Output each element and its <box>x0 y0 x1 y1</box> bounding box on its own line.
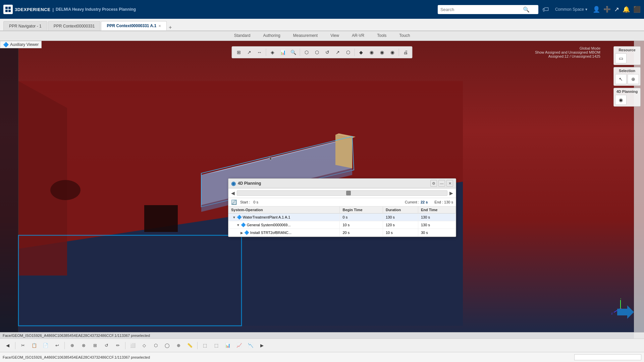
resource-icon-1[interactable]: ▭ <box>615 53 627 63</box>
tb-grid-btn[interactable]: ⊞ <box>234 48 244 57</box>
btb-chart2[interactable]: 📊 <box>223 341 233 350</box>
tb-circle2-btn[interactable]: ◉ <box>377 48 387 57</box>
tb-circle-btn[interactable]: ◉ <box>367 48 376 57</box>
scene-arrow <box>617 305 634 322</box>
current-label: Current : <box>405 200 419 204</box>
btb-box[interactable]: ⬜ <box>128 341 138 350</box>
expand-2[interactable]: ▶ <box>240 231 244 235</box>
refresh-icon: 🔄 <box>231 199 237 205</box>
tb-sphere-btn[interactable]: ⬡ <box>302 48 311 57</box>
expand-0[interactable]: ▼ <box>232 216 237 219</box>
col-system-operation: System-Operation <box>228 206 340 214</box>
btb-align[interactable]: ⊗ <box>78 341 89 350</box>
tb-chart-btn[interactable]: 📊 <box>278 48 288 57</box>
btb-circle4[interactable]: ◯ <box>162 341 172 350</box>
timeline-prev-btn[interactable]: ◀ <box>231 190 235 196</box>
tb-diamond-btn[interactable]: ◆ <box>357 48 366 57</box>
tb-circle3-btn[interactable]: ◉ <box>388 48 397 57</box>
timeline-track[interactable] <box>237 190 447 196</box>
tab-ppr-navigator[interactable]: PPR Navigator - 1 <box>3 21 47 31</box>
search-icon-btn[interactable]: 🔍 <box>523 6 530 13</box>
add-btn[interactable]: ➕ <box>603 6 611 13</box>
share-btn[interactable]: ↗ <box>614 6 619 13</box>
btab-measurement[interactable]: Measurement <box>287 32 324 40</box>
show-assigned-label: Show Assigned and Unassigned MBOM <box>535 50 600 54</box>
selection-icon-2[interactable]: ⊕ <box>628 74 639 84</box>
svg-marker-15 <box>18 235 241 326</box>
statusbar: Face/GEOM_ISO15926_A4869C106385454EAE28C… <box>0 352 644 362</box>
btb-ref2[interactable]: ⬚ <box>211 341 221 350</box>
btb-paste[interactable]: 📄 <box>41 341 51 350</box>
tb-cube-btn[interactable]: ◈ <box>268 48 277 57</box>
row1-begin: 10 s <box>340 221 383 229</box>
btb-lasso[interactable]: ◇ <box>139 341 149 350</box>
btb-sep3 <box>125 342 125 349</box>
tb-print-btn[interactable]: 🖨 <box>401 48 410 57</box>
table-header: System-Operation Begin Time Duration End… <box>228 206 456 214</box>
status-search-input[interactable] <box>574 354 641 360</box>
btb-poly[interactable]: ⬡ <box>151 341 161 350</box>
btb-snap[interactable]: ⊕ <box>67 341 77 350</box>
settings-btn[interactable]: ⚙ <box>430 180 437 187</box>
btb-chart4[interactable]: 📉 <box>246 341 256 350</box>
tab-ppr-context-active[interactable]: PPR Context00000331 A.1 ✕ <box>101 21 167 31</box>
row0-duration: 130 s <box>383 214 418 221</box>
tb-move-btn[interactable]: ↔ <box>255 48 264 57</box>
btab-tools[interactable]: Tools <box>371 32 392 40</box>
row0-name: ▼ 🔷 WaterTreatmentPlant A.1 A.1 <box>228 214 340 221</box>
timeline-handle[interactable] <box>346 191 351 195</box>
viewer-wrapper: 🔷 Auxiliary Viewer ⊞ ↗ ↔ ◈ 📊 🔍 ⬡ ⬡ ↺ <box>0 41 644 339</box>
common-space-btn[interactable]: Common Space ▾ <box>555 7 587 12</box>
viewer-status-text: Face/GEOM_ISO15926_A4869C106385454EAE28C… <box>3 334 150 338</box>
btb-xsection[interactable]: ⊕ <box>173 341 183 350</box>
btb-right-arrow2[interactable]: ▶ <box>257 341 267 350</box>
tb-arrow-btn[interactable]: ↗ <box>245 48 254 57</box>
btb-undo[interactable]: ↩ <box>52 341 62 350</box>
search-bar[interactable]: 🔍 <box>438 5 538 14</box>
tb-sep1 <box>266 49 266 56</box>
selection-icon-1[interactable]: ↖ <box>615 74 627 84</box>
table-row[interactable]: ▼ 🔷 WaterTreatmentPlant A.1 A.1 0 s 130 … <box>228 214 456 221</box>
timeline-next-btn[interactable]: ▶ <box>449 190 453 196</box>
btab-arvr[interactable]: AR-VR <box>346 32 370 40</box>
svg-point-7 <box>50 180 80 200</box>
btb-cut[interactable]: ✂ <box>18 341 28 350</box>
table-row[interactable]: ▶ 🔷 Install STRT2ofBRANC... 20 s 10 s 30… <box>228 229 456 237</box>
close-planning-btn[interactable]: ✕ <box>446 180 453 187</box>
tab-close-btn[interactable]: ✕ <box>158 24 161 28</box>
btab-touch[interactable]: Touch <box>393 32 416 40</box>
btb-rotate3d[interactable]: ↺ <box>101 341 111 350</box>
btab-authoring[interactable]: Authoring <box>257 32 286 40</box>
btb-chart3[interactable]: 📈 <box>234 341 244 350</box>
brand-separator: | <box>52 7 54 12</box>
tab-ppr-context[interactable]: PPR Context00000331 <box>48 21 101 31</box>
expand-1[interactable]: ▼ <box>236 223 241 227</box>
tab-add-btn[interactable]: + <box>169 24 172 31</box>
4dplanning-icon-1[interactable]: ◉ <box>615 95 627 105</box>
tb-move2-btn[interactable]: ↗ <box>333 48 342 57</box>
viewer-3d[interactable]: ⊞ ↗ ↔ ◈ 📊 🔍 ⬡ ⬡ ↺ ↗ ⬡ ◆ ◉ ◉ ◉ 🖨 <box>0 41 644 339</box>
svg-marker-22 <box>617 305 634 319</box>
btb-ref1[interactable]: ⬚ <box>200 341 210 350</box>
tb-rotate-btn[interactable]: ↺ <box>323 48 332 57</box>
table-row[interactable]: ▼ 🔷 General System0000069... 10 s 120 s … <box>228 221 456 229</box>
4dplanning-icons: ◉ <box>615 95 639 105</box>
btb-pen[interactable]: ✏ <box>113 341 123 350</box>
btab-standard[interactable]: Standard <box>228 32 257 40</box>
user-profile-btn[interactable]: 👤 <box>593 6 600 13</box>
tb-hex2-btn[interactable]: ⬡ <box>343 48 353 57</box>
btab-view[interactable]: View <box>324 32 345 40</box>
row1-end: 130 s <box>418 221 456 229</box>
btb-measure[interactable]: 📏 <box>185 341 195 350</box>
minimize-btn[interactable]: — <box>438 180 445 187</box>
tb-zoom-btn[interactable]: 🔍 <box>289 48 298 57</box>
tb-hex-btn[interactable]: ⬡ <box>312 48 322 57</box>
btb-move3d[interactable]: ⊞ <box>90 341 100 350</box>
search-input[interactable] <box>440 7 521 12</box>
btb-left-arrow[interactable]: ◀ <box>3 341 13 350</box>
fullscreen-btn[interactable]: ⬛ <box>633 6 641 13</box>
bookmark-btn[interactable]: 🏷 <box>542 6 549 13</box>
notifications-btn[interactable]: 🔔 <box>623 6 630 13</box>
btb-copy[interactable]: 📋 <box>29 341 39 350</box>
global-mode-label: Global Mode <box>535 46 600 50</box>
